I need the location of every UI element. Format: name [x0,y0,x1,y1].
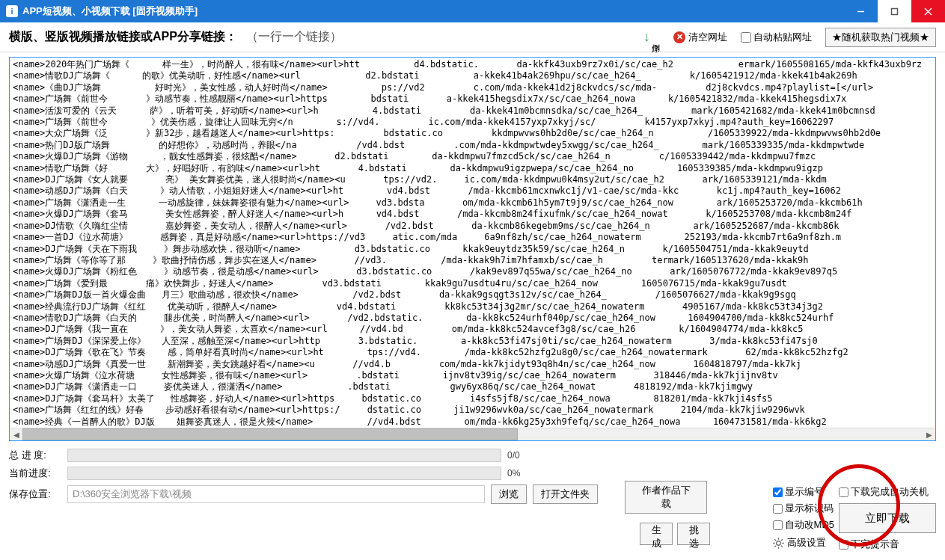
current-progress-label: 当前进度: [9,467,61,480]
author-works-download-button[interactable]: 作者作品下载 [625,481,707,514]
svg-line-10 [780,545,782,547]
title-bar: i APP短视频、小视频下载 [固乔视频助手] [0,0,945,22]
svg-point-4 [776,541,780,545]
down-arrow-icon: ↓ [643,29,650,45]
minimize-button[interactable] [844,0,878,22]
auto-shutdown-checkbox[interactable]: 下载完成自动关机 [839,485,936,499]
input-label-main: 横版、竖版视频播放链接或APP分享链接： [9,29,237,45]
total-progress-label: 总 进 度: [9,449,61,462]
url-textarea[interactable]: <name>2020年热门广场舞《 样一生》，时尚醉人，很有味</name><u… [10,58,935,428]
show-number-checkbox[interactable]: 显示编号 [773,485,834,499]
open-folder-button[interactable]: 打开文件夹 [533,484,598,504]
toolbar: 横版、竖版视频播放链接或APP分享链接： （一行一个链接） ↓ 倒序 ✕ 清空网… [0,22,945,52]
auto-md5-checkbox[interactable]: 自动改MD5 [773,518,834,532]
pick-button[interactable]: 挑选 [677,523,710,545]
scroll-right-arrow-icon[interactable]: ▶ [923,428,935,441]
url-textarea-wrap: <name>2020年热门广场舞《 样一生》，时尚醉人，很有味</name><u… [9,57,936,441]
download-now-button[interactable]: 立即下载 [839,503,936,533]
save-path-label: 保存位置: [9,487,61,501]
svg-rect-1 [892,8,898,14]
svg-line-9 [774,539,776,541]
current-progress-bar [67,467,501,480]
window-title: APP短视频、小视频下载 [固乔视频助手] [22,4,844,18]
input-label-hint: （一行一个链接） [246,29,342,45]
save-path-input[interactable] [67,485,485,503]
svg-line-12 [774,545,776,547]
reverse-order-button[interactable]: ↓ 倒序 [643,29,660,45]
app-icon: i [6,5,18,17]
options-column: 显示编号 显示标识码 自动改MD5 高级设置 [773,485,834,550]
svg-line-11 [780,539,782,541]
done-sound-checkbox[interactable]: 下完提示音 [839,538,936,551]
current-progress-text: 0% [507,468,520,479]
maximize-button[interactable] [878,0,911,22]
clear-x-icon: ✕ [673,31,685,43]
total-progress-text: 0/0 [507,450,520,461]
generate-button[interactable]: 生成 [640,523,673,545]
close-button[interactable] [911,0,945,22]
clear-urls-button[interactable]: ✕ 清空网址 [673,31,727,44]
scrollbar-thumb[interactable] [22,428,518,440]
browse-button[interactable]: 浏览 [491,484,527,504]
horizontal-scrollbar[interactable]: ◀ ▶ [10,428,935,440]
auto-paste-checkbox[interactable]: 自动粘贴网址 [741,31,812,44]
gear-icon [773,538,784,549]
show-id-checkbox[interactable]: 显示标识码 [773,502,834,515]
total-progress-bar [67,449,501,462]
scroll-left-arrow-icon[interactable]: ◀ [10,428,22,441]
random-hot-video-button[interactable]: ★随机获取热门视频★ [825,28,936,47]
advanced-settings-button[interactable]: 高级设置 [773,536,834,550]
